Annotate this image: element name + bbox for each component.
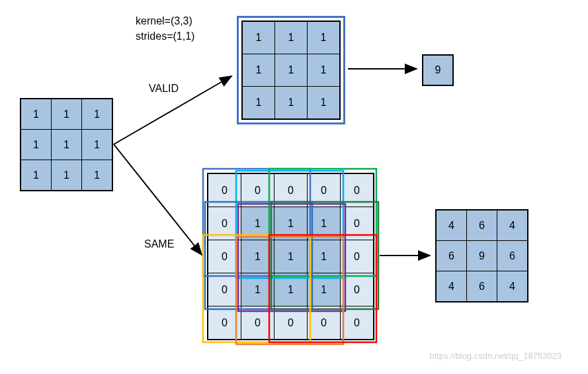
cell: 0 (241, 306, 274, 339)
cell: 1 (274, 240, 307, 273)
valid-label: VALID (149, 83, 179, 95)
cell: 1 (274, 207, 307, 240)
cell: 1 (308, 240, 340, 273)
cell: 0 (208, 273, 241, 306)
cell: 4 (437, 271, 466, 301)
cell: 1 (243, 22, 274, 54)
cell: 1 (241, 273, 274, 306)
cell: 6 (467, 271, 497, 301)
cell: 1 (275, 87, 307, 118)
cell: 9 (467, 241, 497, 271)
cell: 1 (52, 130, 81, 160)
input-grid: 1 1 1 1 1 1 1 1 1 (20, 98, 113, 191)
cell: 0 (208, 207, 241, 240)
cell: 1 (82, 99, 112, 129)
valid-intermediate-grid: 1 1 1 1 1 1 1 1 1 (241, 21, 341, 120)
watermark: https://blog.csdn.net/qq_18753023 (430, 351, 562, 361)
cell: 1 (241, 240, 274, 273)
cell: 1 (275, 54, 307, 86)
cell: 0 (341, 174, 373, 207)
cell: 1 (241, 207, 274, 240)
cell: 1 (308, 54, 339, 86)
cell: 0 (208, 306, 241, 339)
cell: 1 (243, 87, 274, 118)
cell: 4 (497, 271, 527, 301)
cell: 0 (341, 240, 373, 273)
cell: 0 (208, 240, 241, 273)
cell: 1 (21, 160, 51, 190)
cell: 1 (308, 22, 339, 54)
cell: 1 (21, 99, 51, 129)
same-output-grid: 4 6 4 6 9 6 4 6 4 (435, 209, 528, 303)
cell: 1 (308, 273, 340, 306)
padded-grid: 0 0 0 0 0 0 1 1 1 0 0 1 1 1 0 0 1 1 1 0 … (207, 173, 374, 340)
cell: 1 (308, 87, 339, 118)
kernel-label: kernel=(3,3) (136, 15, 192, 27)
cell: 4 (437, 210, 466, 240)
same-label: SAME (144, 238, 174, 250)
cell: 1 (82, 160, 112, 190)
cell: 6 (437, 241, 466, 271)
cell: 0 (274, 174, 307, 207)
cell: 1 (308, 207, 340, 240)
cell: 0 (308, 174, 340, 207)
cell: 6 (467, 210, 497, 240)
cell: 1 (21, 130, 51, 160)
cell: 0 (341, 207, 373, 240)
cell: 0 (341, 273, 373, 306)
cell: 1 (243, 54, 274, 86)
cell: 6 (497, 241, 527, 271)
cell: 1 (82, 130, 112, 160)
cell: 1 (274, 273, 307, 306)
cell: 0 (274, 306, 307, 339)
valid-grid-wrapper: 1 1 1 1 1 1 1 1 1 (237, 16, 345, 124)
cell: 0 (241, 174, 274, 207)
strides-label: strides=(1,1) (136, 30, 194, 42)
cell: 0 (341, 306, 373, 339)
valid-output-grid: 9 (422, 54, 454, 86)
cell: 9 (423, 56, 452, 85)
cell: 0 (308, 306, 340, 339)
cell: 0 (208, 174, 241, 207)
cell: 4 (497, 210, 527, 240)
cell: 1 (52, 160, 81, 190)
cell: 1 (52, 99, 81, 129)
cell: 1 (275, 22, 307, 54)
